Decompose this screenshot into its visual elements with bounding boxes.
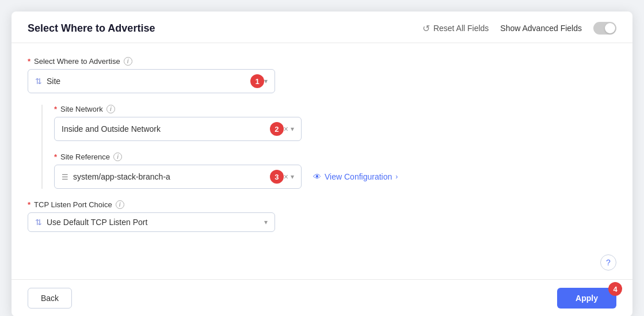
- site-network-info-icon[interactable]: i: [106, 105, 115, 113]
- site-reference-info-icon[interactable]: i: [113, 153, 122, 161]
- tcp-listen-field: * TCP Listen Port Choice i ⇅ Use Default…: [28, 200, 616, 232]
- site-network-label: * Site Network i: [54, 105, 616, 113]
- tcp-listen-arrow-icon: ▾: [264, 218, 268, 226]
- site-network-arrow-icon: ▾: [291, 125, 294, 133]
- site-network-field: * Site Network i Inside and Outside Netw…: [54, 105, 616, 141]
- step-2-badge: 2: [270, 122, 284, 136]
- tcp-listen-value: Use Default TCP Listen Port: [47, 218, 264, 227]
- select-where-label-text: Select Where to Advertise: [34, 57, 120, 66]
- site-reference-field: * Site Reference i ☰ system/app-stack-br…: [54, 153, 616, 189]
- select-where-arrow-icon: ▾: [264, 77, 268, 85]
- step-4-badge: 4: [608, 282, 622, 296]
- step-3-badge: 3: [270, 170, 284, 184]
- indented-section: * Site Network i Inside and Outside Netw…: [41, 105, 616, 189]
- site-reference-label-text: Site Reference: [60, 153, 110, 161]
- site-network-label-text: Site Network: [60, 105, 103, 113]
- view-configuration-link[interactable]: 👁 View Configuration ›: [313, 172, 398, 181]
- advanced-fields-label: Show Advanced Fields: [500, 24, 582, 33]
- modal-title: Select Where to Advertise: [28, 22, 155, 35]
- chevron-right-icon: ›: [395, 173, 398, 181]
- header-right: ↺ Reset All Fields Show Advanced Fields: [422, 22, 616, 35]
- reset-label: Reset All Fields: [433, 24, 489, 33]
- required-star-2: *: [54, 105, 57, 113]
- site-reference-row: ☰ system/app-stack-branch-a 3 × ▾ 👁 View…: [54, 165, 616, 189]
- tcp-listen-dropdown[interactable]: ⇅ Use Default TCP Listen Port ▾: [28, 212, 275, 232]
- site-reference-value: system/app-stack-branch-a: [73, 172, 266, 181]
- view-config-text: View Configuration: [325, 172, 392, 181]
- tcp-listen-label: * TCP Listen Port Choice i: [28, 200, 616, 209]
- apply-label: Apply: [576, 294, 598, 303]
- site-reference-icon: ☰: [62, 173, 68, 181]
- select-where-field: * Select Where to Advertise i ⇅ Site 1 ▾: [28, 57, 616, 93]
- apply-button[interactable]: Apply 4: [557, 288, 616, 309]
- required-star: *: [28, 57, 31, 66]
- select-where-info-icon[interactable]: i: [124, 57, 132, 66]
- select-where-dropdown[interactable]: ⇅ Site 1 ▾: [28, 69, 275, 93]
- site-network-dropdown[interactable]: Inside and Outside Network 2 × ▾: [54, 117, 302, 141]
- modal-container: Select Where to Advertise ↺ Reset All Fi…: [12, 12, 632, 316]
- site-reference-clear-icon[interactable]: ×: [284, 172, 288, 181]
- tcp-listen-label-text: TCP Listen Port Choice: [34, 200, 112, 209]
- reset-all-button[interactable]: ↺ Reset All Fields: [422, 23, 489, 34]
- eye-icon: 👁: [313, 172, 321, 181]
- select-where-label: * Select Where to Advertise i: [28, 57, 616, 66]
- site-reference-arrow-icon: ▾: [291, 173, 294, 181]
- back-button[interactable]: Back: [28, 288, 72, 309]
- select-where-value: Site: [47, 77, 247, 86]
- site-reference-label: * Site Reference i: [54, 153, 616, 161]
- modal-header: Select Where to Advertise ↺ Reset All Fi…: [12, 12, 632, 43]
- advanced-fields-toggle[interactable]: [593, 22, 616, 35]
- site-network-value: Inside and Outside Network: [62, 124, 266, 134]
- tcp-listen-sort-icon: ⇅: [35, 218, 42, 227]
- site-reference-dropdown[interactable]: ☰ system/app-stack-branch-a 3 × ▾: [54, 165, 302, 189]
- site-network-clear-icon[interactable]: ×: [284, 124, 288, 134]
- modal-body: * Select Where to Advertise i ⇅ Site 1 ▾…: [12, 43, 632, 279]
- step-1-badge: 1: [250, 74, 264, 88]
- modal-footer: Back Apply 4: [12, 279, 632, 316]
- required-star-3: *: [54, 153, 57, 161]
- required-star-4: *: [28, 200, 31, 209]
- reset-icon: ↺: [422, 23, 430, 34]
- tcp-listen-info-icon[interactable]: i: [116, 200, 124, 209]
- help-icon[interactable]: ?: [600, 254, 616, 271]
- select-where-sort-icon: ⇅: [35, 77, 42, 86]
